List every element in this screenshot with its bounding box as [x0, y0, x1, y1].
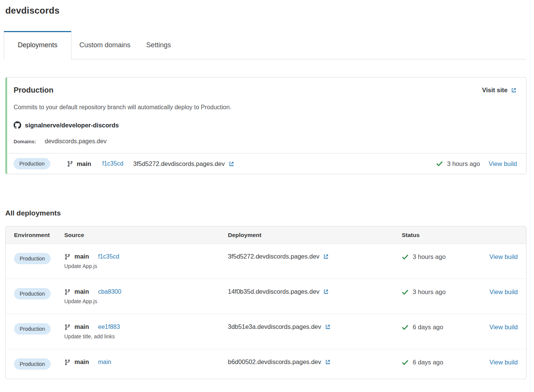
deployment-open-link[interactable]: [228, 161, 235, 167]
commit-link[interactable]: cba8300: [98, 288, 121, 295]
view-build-link[interactable]: View build: [489, 253, 518, 260]
deployment-open-link[interactable]: [325, 324, 331, 330]
environment-badge: Production: [14, 158, 50, 169]
external-link-icon: [323, 253, 329, 260]
visit-site-link[interactable]: Visit site: [482, 87, 517, 94]
table-body: Production main f1c35cd Update App.js 3f…: [6, 244, 526, 379]
deployments-table: Environment Source Deployment Status Pro…: [5, 226, 526, 379]
all-deployments-title: All deployments: [5, 208, 526, 218]
deployment-cell: 3db51e3a.devdiscords.pages.dev: [228, 323, 402, 330]
status-cell: 6 days ago View build: [402, 358, 518, 366]
column-header-status: Status: [402, 232, 518, 239]
source-cell: main ee1f883 Update title, add links: [64, 323, 228, 340]
branch-name: main: [74, 288, 89, 295]
branch-name: main: [74, 253, 89, 260]
repo-name[interactable]: signalnerve/developer-discords: [25, 122, 119, 129]
production-card-body: Production Visit site Commits to your de…: [7, 77, 526, 153]
branch-name: main: [74, 358, 89, 366]
success-check-icon: [402, 324, 409, 331]
page-title: devdiscords: [5, 5, 526, 17]
environment-badge: Production: [14, 288, 51, 299]
deployment-url-text: 3db51e3a.devdiscords.pages.dev: [228, 323, 321, 330]
commit-link[interactable]: main: [98, 359, 111, 366]
environment-badge: Production: [14, 323, 51, 335]
deployment-status: 3 hours ago: [402, 253, 446, 260]
external-link-icon: [323, 288, 329, 295]
git-branch-icon: [64, 289, 71, 295]
table-row: Production main ee1f883 Update title, ad…: [6, 314, 526, 349]
deployment-cell: b6d00502.devdiscords.pages.dev: [228, 358, 402, 366]
git-branch-icon: [64, 254, 71, 260]
environment-cell: Production: [14, 253, 64, 264]
view-build-link[interactable]: View build: [489, 160, 517, 167]
deployment-status: 3 hours ago: [402, 288, 446, 296]
production-deployment-row: Production main f1c35cd 3f5d5272.devdisc…: [7, 153, 526, 174]
deployment-time: 3 hours ago: [413, 288, 446, 296]
tab-deployments[interactable]: Deployments: [4, 31, 71, 59]
view-build-link[interactable]: View build: [489, 359, 518, 366]
success-check-icon: [402, 359, 409, 366]
deployment-url: 3f5d5272.devdiscords.pages.dev: [228, 253, 329, 260]
deployment-url-text: 3f5d5272.devdiscords.pages.dev: [228, 253, 319, 260]
deployment-time: 6 days ago: [413, 324, 443, 331]
deployment-time: 3 hours ago: [447, 160, 480, 167]
deployment-url: b6d00502.devdiscords.pages.dev: [228, 358, 331, 366]
commit-link[interactable]: ee1f883: [98, 324, 120, 330]
table-row: Production main cba8300 Update App.js 14…: [6, 279, 526, 314]
deployment-url: 3f5d5272.devdiscords.pages.dev: [133, 160, 235, 167]
environment-badge: Production: [14, 253, 51, 264]
table-header-row: Environment Source Deployment Status: [6, 226, 526, 244]
environment-cell: Production: [14, 358, 64, 370]
commit-message: Update App.js: [64, 263, 228, 270]
column-header-environment: Environment: [14, 232, 64, 239]
external-link-icon: [511, 87, 517, 93]
tab-settings[interactable]: Settings: [138, 31, 179, 59]
success-check-icon: [402, 289, 409, 296]
deployment-cell: 14f0b35d.devdiscords.pages.dev: [228, 288, 402, 295]
source-cell: main main: [64, 358, 228, 366]
table-row: Production main main b6d00502.devdiscord…: [6, 349, 526, 379]
environment-cell: Production: [14, 288, 64, 299]
deployment-cell: 3f5d5272.devdiscords.pages.dev: [228, 253, 402, 260]
source-cell: main cba8300 Update App.js: [64, 288, 228, 305]
branch-name: main: [77, 160, 91, 167]
view-build-link[interactable]: View build: [489, 288, 518, 296]
commit-link[interactable]: f1c35cd: [102, 160, 123, 167]
deployment-url-text: 3f5d5272.devdiscords.pages.dev: [133, 160, 225, 167]
deployment-status: 6 days ago: [402, 324, 443, 331]
deployment-open-link[interactable]: [323, 253, 329, 260]
source-cell: main f1c35cd Update App.js: [64, 253, 228, 270]
external-link-icon: [325, 324, 331, 330]
deployment-url-text: b6d00502.devdiscords.pages.dev: [228, 358, 321, 366]
deployment-status: 3 hours ago: [436, 160, 480, 167]
view-build-link[interactable]: View build: [489, 324, 518, 331]
production-card: Production Visit site Commits to your de…: [5, 77, 526, 174]
status-cell: 6 days ago View build: [402, 323, 518, 331]
pages-project-page: devdiscords Deployments Custom domains S…: [0, 0, 534, 379]
deployment-url-text: 14f0b35d.devdiscords.pages.dev: [228, 288, 319, 295]
external-link-icon: [325, 359, 331, 365]
domains-label: Domains:: [14, 139, 36, 144]
domains-value: devdiscords.pages.dev: [45, 138, 107, 145]
commit-link[interactable]: f1c35cd: [98, 253, 119, 260]
tab-custom-domains[interactable]: Custom domains: [71, 31, 138, 59]
environment-cell: Production: [14, 323, 64, 335]
production-card-title: Production: [14, 86, 54, 95]
column-header-source: Source: [64, 232, 228, 239]
deployment-open-link[interactable]: [325, 359, 331, 365]
column-header-deployment: Deployment: [228, 232, 402, 239]
git-branch-icon: [64, 324, 71, 330]
git-branch-icon: [64, 359, 71, 366]
branch-name: main: [74, 323, 89, 330]
deployment-time: 6 days ago: [413, 359, 443, 366]
external-link-icon: [228, 161, 235, 167]
status-cell: 3 hours ago View build: [402, 253, 518, 260]
git-branch-icon: [67, 161, 73, 167]
production-description: Commits to your default repository branc…: [14, 103, 517, 112]
deployment-url: 3db51e3a.devdiscords.pages.dev: [228, 323, 331, 330]
deployment-status: 6 days ago: [402, 359, 443, 366]
deployment-open-link[interactable]: [323, 288, 329, 295]
github-icon: [14, 121, 21, 129]
table-row: Production main f1c35cd Update App.js 3f…: [6, 244, 526, 279]
deployment-url: 14f0b35d.devdiscords.pages.dev: [228, 288, 329, 295]
